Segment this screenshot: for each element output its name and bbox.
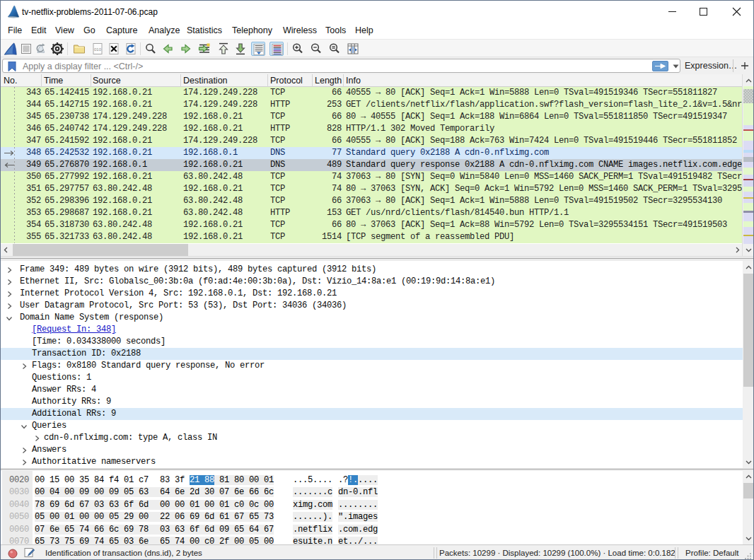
- svg-text:010: 010: [94, 47, 102, 52]
